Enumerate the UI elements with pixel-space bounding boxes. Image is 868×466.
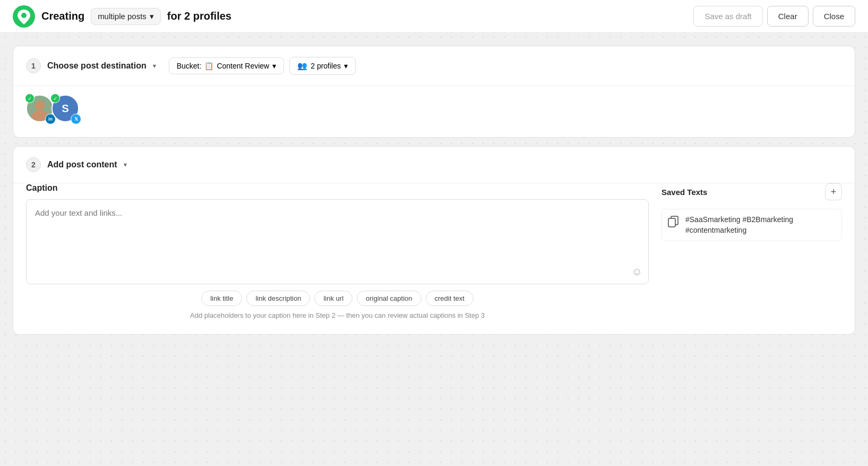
- saved-texts-section: Saved Texts + #SaaSmarketing #B2Bmarketi…: [661, 183, 842, 319]
- step2-number: 2: [26, 157, 41, 172]
- bucket-button[interactable]: Bucket: 📋 Content Review ▾: [169, 57, 285, 74]
- save-draft-button[interactable]: Save as draft: [693, 6, 762, 27]
- bucket-label: Bucket:: [177, 62, 202, 70]
- clear-button[interactable]: Clear: [767, 6, 809, 27]
- step1-chevron-icon[interactable]: ▾: [153, 62, 156, 70]
- logo-icon: [13, 5, 35, 28]
- bucket-name: Content Review: [217, 62, 269, 70]
- copy-icon[interactable]: [667, 216, 679, 230]
- profiles-count-label: 2 profiles: [311, 62, 341, 70]
- post-type-chevron-icon: ▾: [150, 12, 154, 21]
- caption-textarea-wrapper: ☺: [26, 199, 649, 284]
- header: Creating multiple posts ▾ for 2 profiles…: [0, 0, 868, 33]
- bucket-emoji: 📋: [204, 62, 213, 70]
- step1-controls: Bucket: 📋 Content Review ▾ 👥 2 profiles …: [169, 57, 356, 75]
- pill-link-title[interactable]: link title: [201, 291, 242, 306]
- saved-texts-header: Saved Texts +: [661, 183, 842, 200]
- pill-link-url[interactable]: link url: [314, 291, 353, 306]
- saved-text-content: #SaaSmarketing #B2Bmarketing #contentmar…: [685, 215, 836, 235]
- placeholder-hint: Add placeholders to your caption here in…: [26, 311, 649, 319]
- svg-rect-8: [668, 218, 675, 227]
- caption-section: Caption ☺ link title link description li…: [26, 183, 649, 319]
- svg-text:S: S: [62, 103, 69, 114]
- caption-label: Caption: [26, 183, 649, 193]
- pill-credit-text[interactable]: credit text: [426, 291, 474, 306]
- profile1-check-badge: ✓: [25, 94, 35, 103]
- step2-body: Caption ☺ link title link description li…: [13, 183, 855, 334]
- profile2-network-badge: 𝕏: [71, 114, 81, 124]
- creating-label: Creating: [41, 10, 84, 22]
- main-content: 1 Choose post destination ▾ Bucket: 📋 Co…: [0, 33, 868, 356]
- saved-text-item: #SaaSmarketing #B2Bmarketing #contentmar…: [661, 209, 842, 241]
- profiles-area: ✓ in ✓: [13, 86, 855, 137]
- emoji-button[interactable]: ☺: [632, 266, 642, 278]
- header-actions: Save as draft Clear Close: [693, 6, 855, 27]
- close-button[interactable]: Close: [813, 6, 855, 27]
- step2-header: 2 Add post content ▾: [13, 147, 855, 183]
- step1-title: Choose post destination: [47, 61, 147, 71]
- add-saved-text-button[interactable]: +: [825, 183, 842, 200]
- saved-texts-label: Saved Texts: [661, 188, 707, 197]
- emoji-icon: ☺: [632, 266, 642, 277]
- step1-header: 1 Choose post destination ▾ Bucket: 📋 Co…: [13, 46, 855, 86]
- svg-point-3: [35, 100, 45, 110]
- profiles-icon: 👥: [297, 61, 307, 71]
- caption-textarea[interactable]: [26, 199, 649, 284]
- step2-card: 2 Add post content ▾ Caption ☺ link titl…: [13, 146, 855, 335]
- post-type-dropdown[interactable]: multiple posts ▾: [91, 8, 161, 25]
- check-icon-2: ✓: [53, 96, 57, 101]
- placeholder-pills: link title link description link url ori…: [26, 291, 649, 306]
- plus-icon: +: [831, 187, 837, 198]
- pill-link-description[interactable]: link description: [246, 291, 310, 306]
- profile2-avatar-wrap[interactable]: ✓ S 𝕏: [51, 95, 81, 124]
- pill-original-caption[interactable]: original caption: [357, 291, 421, 306]
- step2-title: Add post content: [47, 160, 117, 170]
- profiles-button[interactable]: 👥 2 profiles ▾: [289, 57, 356, 75]
- step1-number: 1: [26, 58, 41, 73]
- step1-card: 1 Choose post destination ▾ Bucket: 📋 Co…: [13, 46, 855, 138]
- profile2-check-badge: ✓: [50, 94, 60, 103]
- for-profiles-label: for 2 profiles: [167, 10, 231, 22]
- twitter-icon: 𝕏: [74, 116, 78, 122]
- step2-chevron-icon[interactable]: ▾: [124, 161, 127, 168]
- check-icon: ✓: [28, 96, 32, 101]
- svg-point-1: [21, 13, 27, 18]
- post-type-label: multiple posts: [98, 12, 147, 21]
- bucket-chevron-icon: ▾: [272, 62, 276, 70]
- profiles-chevron-icon: ▾: [344, 62, 348, 70]
